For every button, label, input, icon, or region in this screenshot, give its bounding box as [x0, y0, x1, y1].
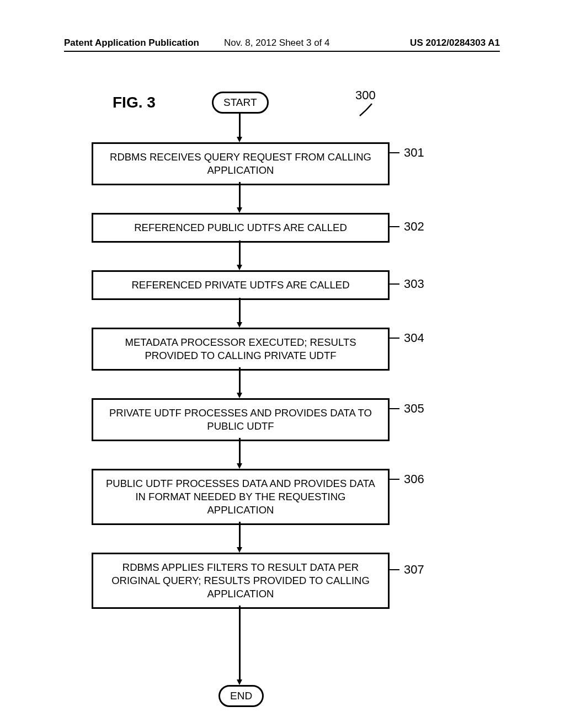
header-center: Nov. 8, 2012 Sheet 3 of 4	[224, 38, 330, 49]
ref-line	[390, 569, 399, 570]
flowchart-step-301: RDBMS RECEIVES QUERY REQUEST FROM CALLIN…	[92, 142, 390, 185]
connector-2-3	[239, 240, 241, 266]
connector-7-end	[239, 606, 241, 681]
connector-5-6	[239, 438, 241, 464]
arrow-icon	[237, 463, 242, 469]
page-header: Patent Application Publication Nov. 8, 2…	[64, 38, 500, 52]
flowchart-step-304: METADATA PROCESSOR EXECUTED; RESULTS PRO…	[92, 328, 390, 371]
connector-4-5	[239, 367, 241, 394]
header-left: Patent Application Publication	[64, 38, 199, 49]
ref-line	[390, 226, 399, 227]
figure-title: FIG. 3	[113, 94, 156, 111]
arrow-icon	[237, 679, 242, 685]
reference-300: 300	[355, 88, 376, 103]
reference-label-304: 304	[404, 331, 424, 345]
reference-label-306: 306	[404, 472, 424, 486]
ref-line	[390, 479, 399, 480]
end-terminal: END	[218, 685, 264, 707]
ref-line	[390, 152, 399, 153]
arrow-icon	[237, 393, 242, 398]
figure-title-row: FIG. 3 START 300	[64, 88, 500, 111]
ref-line	[390, 283, 399, 285]
flowchart-step-305: PRIVATE UDTF PROCESSES AND PROVIDES DATA…	[92, 398, 390, 441]
connector-6-7	[239, 522, 241, 548]
flowchart-step-307: RDBMS APPLIES FILTERS TO RESULT DATA PER…	[92, 553, 390, 609]
reference-label-302: 302	[404, 220, 424, 234]
arrow-icon	[237, 322, 242, 328]
header-right: US 2012/0284303 A1	[410, 38, 500, 49]
arrow-icon	[237, 547, 242, 553]
flowchart-step-302: REFERENCED PUBLIC UDTFS ARE CALLED	[92, 213, 390, 243]
flowchart-step-303: REFERENCED PRIVATE UDTFS ARE CALLED	[92, 270, 390, 300]
start-terminal: START	[212, 92, 269, 114]
ref-line	[390, 408, 399, 409]
connector-start-1	[239, 114, 241, 138]
connector-1-2	[239, 182, 241, 208]
reference-label-301: 301	[404, 146, 424, 160]
connector-3-4	[239, 298, 241, 323]
reference-label-307: 307	[404, 563, 424, 577]
arrow-icon	[237, 265, 242, 270]
arrow-icon	[237, 137, 242, 142]
figure-content: FIG. 3 START 300 RDBMS RECEIVES QUERY RE…	[64, 88, 500, 111]
arrow-icon	[237, 207, 242, 213]
flowchart-step-306: PUBLIC UDTF PROCESSES DATA AND PROVIDES …	[92, 469, 390, 525]
reference-label-303: 303	[404, 277, 424, 291]
reference-label-305: 305	[404, 402, 424, 416]
reference-300-arc	[359, 103, 374, 118]
ref-line	[390, 338, 399, 339]
